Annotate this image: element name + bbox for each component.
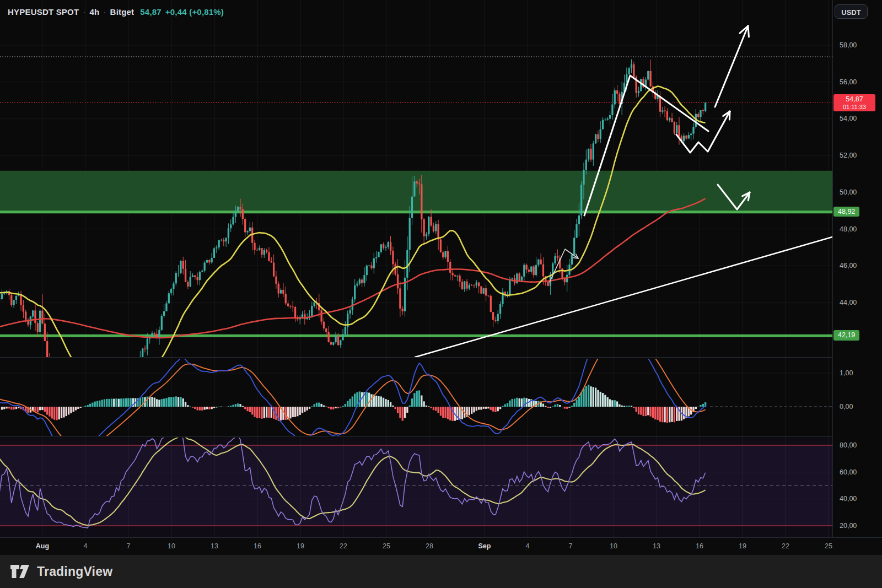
legend-last-price: 54,87 [140, 7, 162, 17]
ascending-trendline[interactable] [415, 237, 832, 357]
time-label: 13 [653, 542, 660, 550]
price-label: 80,00 [840, 441, 857, 449]
time-label: 10 [168, 542, 175, 550]
time-label: Sep [478, 542, 491, 550]
time-axis[interactable]: Aug4710131619222528Sep47101316192225 [0, 537, 882, 555]
time-label: 7 [127, 542, 131, 550]
tradingview-logo-icon [10, 564, 32, 579]
time-label: 25 [383, 542, 390, 550]
price-label: 54,00 [840, 115, 857, 122]
price-label: 56,00 [840, 78, 857, 86]
time-label: Aug [36, 542, 49, 550]
price-label: 40,00 [840, 495, 857, 503]
current-price-value: 54,87 [833, 95, 875, 103]
w-recovery-arrow[interactable] [676, 111, 730, 153]
panel-separators [0, 358, 882, 437]
price-label: 0,00 [840, 403, 853, 411]
time-label: 16 [696, 542, 703, 550]
price-label: 44,00 [840, 299, 857, 306]
resistance-level-badge: 48,92 [833, 207, 859, 217]
panel-backgrounds [0, 438, 832, 537]
symbol-legend: HYPEUSDT SPOT · 4h · Bitget 54,87 +0,44 … [8, 7, 224, 17]
time-label: 4 [84, 542, 88, 550]
price-label: 1,00 [840, 369, 853, 377]
price-label: 60,00 [840, 468, 857, 476]
price-label: 58,00 [840, 41, 857, 49]
current-price-badge: 54,87 01:11:33 [833, 94, 875, 111]
brand-strip: TradingView [0, 555, 882, 588]
time-label: 10 [610, 542, 617, 550]
legend-separator: · [83, 7, 85, 17]
time-label: 19 [739, 542, 746, 550]
support-resistance-levels [0, 57, 832, 336]
time-label: 19 [297, 542, 304, 550]
time-label: 22 [340, 542, 347, 550]
price-label: 46,00 [840, 262, 857, 269]
time-label: 4 [526, 542, 530, 550]
bar-countdown: 01:11:33 [833, 104, 875, 111]
exchange-label[interactable]: Bitget [110, 7, 135, 17]
macd-panel [0, 335, 832, 452]
time-label: 16 [254, 542, 261, 550]
symbol-name[interactable]: HYPEUSDT SPOT [8, 7, 79, 17]
tradingview-logo-text: TradingView [37, 564, 112, 579]
time-label: 28 [426, 542, 433, 550]
price-label: 52,00 [840, 152, 857, 159]
time-label: 22 [782, 542, 789, 550]
tradingview-logo[interactable]: TradingView [10, 564, 112, 579]
time-label: 25 [825, 542, 832, 550]
resistance-zone [0, 171, 832, 212]
projection-arrow-up[interactable] [715, 26, 748, 107]
currency-toggle-button[interactable]: USDT [835, 4, 868, 19]
price-label: 48,00 [840, 225, 857, 233]
support-level-badge: 42,19 [833, 330, 859, 340]
price-label: 20,00 [840, 522, 857, 530]
time-label: 7 [569, 542, 573, 550]
price-label: 50,00 [840, 188, 857, 196]
chart-canvas[interactable] [0, 0, 882, 588]
ma-slow-line [0, 198, 706, 338]
candlesticks [0, 60, 706, 409]
price-axis[interactable]: 58,0056,0054,0052,0050,0048,0046,0044,00… [832, 0, 882, 555]
interval-label[interactable]: 4h [90, 7, 100, 17]
chart-window: HYPEUSDT SPOT · 4h · Bitget 54,87 +0,44 … [0, 0, 882, 588]
legend-separator: · [103, 7, 106, 17]
time-label: 13 [211, 542, 218, 550]
legend-change: +0,44 (+0,81%) [165, 7, 224, 17]
